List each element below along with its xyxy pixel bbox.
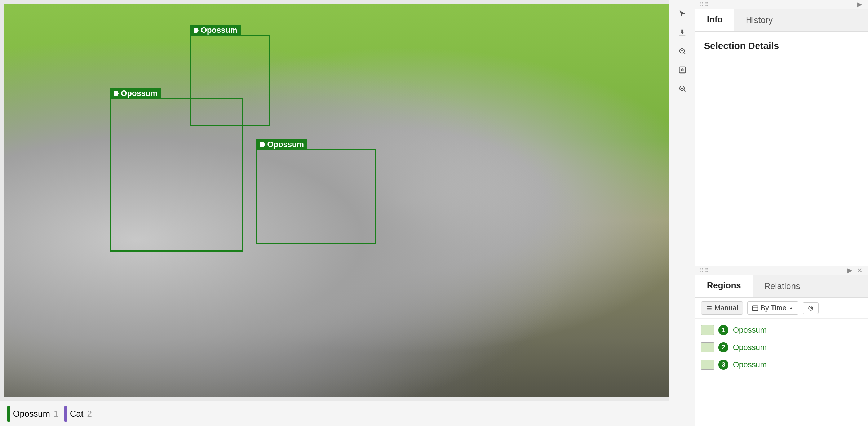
bottom-panel-drag: ⠿⠿ ▶ ✕ xyxy=(695,266,868,275)
region-thumb-3 xyxy=(701,360,714,370)
label-count-opossum: 1 xyxy=(54,409,58,419)
svg-line-3 xyxy=(683,53,685,54)
region-badge-1: 1 xyxy=(718,325,728,335)
main-area: Opossum Opossum Opossum xyxy=(0,0,695,426)
regions-relations-tab-bar: Regions Relations xyxy=(695,275,868,298)
svg-rect-12 xyxy=(752,306,758,311)
selection-details-title: Selection Details xyxy=(704,40,859,52)
label-chip-opossum[interactable]: Opossum 1 xyxy=(7,406,58,422)
label-count-cat: 2 xyxy=(87,409,92,419)
region-item-3[interactable]: 3 Opossum xyxy=(695,356,868,373)
svg-point-14 xyxy=(809,306,813,310)
region-label-3: Opossum xyxy=(733,360,767,369)
manual-icon xyxy=(706,305,712,311)
drag-handle-icon: ⠿⠿ xyxy=(700,1,710,8)
svg-rect-4 xyxy=(679,67,685,73)
annotation-canvas[interactable]: Opossum Opossum Opossum xyxy=(4,4,669,397)
region-list: 1 Opossum 2 Opossum 3 Opossum xyxy=(695,319,868,426)
right-panel: ⠿⠿ ▶ Info History Selection Details ⠿⠿ ▶… xyxy=(695,0,868,426)
region-badge-3: 3 xyxy=(718,360,728,370)
expand-top-panel-button[interactable]: ▶ xyxy=(856,0,864,9)
label-text-cat: Cat xyxy=(70,409,83,419)
time-icon xyxy=(752,305,758,311)
label-bar: Opossum 1 Cat 2 xyxy=(0,401,695,426)
svg-point-15 xyxy=(810,307,812,309)
image-background xyxy=(4,4,669,397)
canvas-container: Opossum Opossum Opossum xyxy=(4,4,669,397)
zoom-in-button[interactable] xyxy=(674,43,690,59)
label-chip-cat[interactable]: Cat 2 xyxy=(64,406,92,422)
top-panel-drag: ⠿⠿ ▶ xyxy=(695,0,868,9)
region-thumb-1 xyxy=(701,325,714,335)
cursor-tool-button[interactable] xyxy=(674,6,690,22)
label-text-opossum: Opossum xyxy=(13,409,50,419)
info-tab-content: Selection Details xyxy=(695,32,868,266)
panel-controls-top: ▶ xyxy=(856,0,864,9)
tab-relations[interactable]: Relations xyxy=(753,275,812,297)
region-label-1: Opossum xyxy=(733,325,767,335)
svg-point-5 xyxy=(681,69,683,71)
regions-toolbar: Manual By Time xyxy=(695,298,868,319)
region-item-1[interactable]: 1 Opossum xyxy=(695,321,868,339)
region-badge-2: 2 xyxy=(718,342,728,352)
group-icon xyxy=(807,305,814,311)
canvas-toolbar xyxy=(669,0,695,401)
expand-bottom-panel-button[interactable]: ▶ xyxy=(846,266,854,275)
fit-button[interactable] xyxy=(674,62,690,78)
by-time-sort-button[interactable]: By Time xyxy=(747,301,798,315)
manual-label: Manual xyxy=(714,304,738,312)
info-history-tab-bar: Info History xyxy=(695,9,868,32)
info-history-panel: Info History Selection Details xyxy=(695,9,868,266)
pan-tool-button[interactable] xyxy=(674,25,690,40)
tab-history[interactable]: History xyxy=(734,9,784,31)
manual-sort-button[interactable]: Manual xyxy=(701,301,743,315)
tab-info[interactable]: Info xyxy=(695,9,734,31)
by-time-label: By Time xyxy=(761,304,787,312)
drag-handle-icon-bottom: ⠿⠿ xyxy=(700,267,710,274)
tab-regions[interactable]: Regions xyxy=(695,275,753,297)
region-label-2: Opossum xyxy=(733,343,767,352)
label-color-cat xyxy=(64,406,67,422)
zoom-out-button[interactable] xyxy=(674,81,690,97)
panel-controls-bottom: ▶ ✕ xyxy=(846,266,864,275)
region-item-2[interactable]: 2 Opossum xyxy=(695,339,868,356)
regions-relations-panel: Regions Relations Manual By Time xyxy=(695,275,868,426)
label-color-opossum xyxy=(7,406,10,422)
svg-line-8 xyxy=(683,90,685,92)
sort-asc-icon xyxy=(789,306,794,311)
close-bottom-panel-button[interactable]: ✕ xyxy=(855,266,864,275)
region-thumb-2 xyxy=(701,342,714,352)
group-button[interactable] xyxy=(803,302,819,314)
